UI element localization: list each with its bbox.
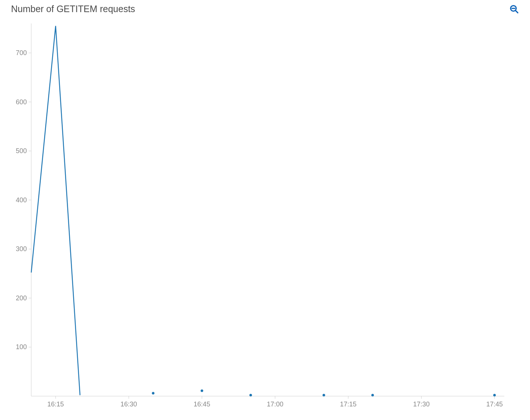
x-tick-label: 16:15 [47,401,64,408]
x-tick-label: 17:00 [267,401,283,408]
data-point [323,394,325,397]
chart-title: Number of GETITEM requests [11,4,135,14]
y-tick-label: 100 [16,343,27,351]
chart-header: Number of GETITEM requests [0,0,530,14]
data-point [493,394,496,397]
y-tick-label: 600 [16,98,27,106]
x-tick-label: 17:30 [413,401,430,408]
data-line [31,26,80,395]
x-tick-label: 16:30 [121,401,137,408]
data-point [371,394,374,397]
zoom-out-icon [509,4,519,14]
x-tick-label: 17:45 [486,401,503,408]
data-point [201,390,203,392]
x-tick-label: 17:15 [340,401,357,408]
chart-svg: 10020030040050060070016:1516:3016:4517:0… [11,18,519,416]
y-tick-label: 700 [16,49,27,57]
zoom-out-button[interactable] [509,4,519,14]
x-tick-label: 16:45 [194,401,210,408]
y-tick-label: 300 [16,245,27,253]
y-tick-label: 500 [16,147,27,155]
data-point [152,392,154,394]
chart-plot-area: 10020030040050060070016:1516:3016:4517:0… [11,18,519,418]
y-tick-label: 400 [16,196,27,204]
data-point [250,394,252,397]
y-tick-label: 200 [16,294,27,302]
svg-line-1 [516,10,518,12]
